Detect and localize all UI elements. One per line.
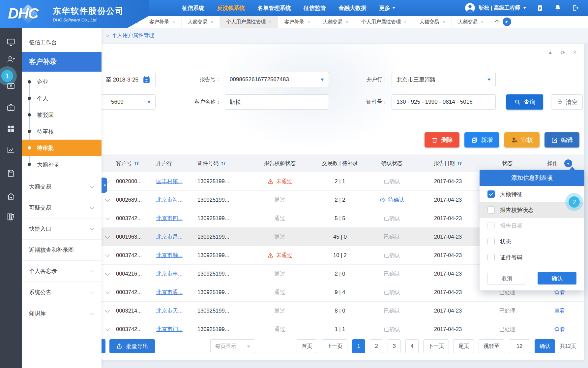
tab-close-icon[interactable]: × <box>481 19 484 24</box>
col-report-date[interactable]: 报告日期 <box>417 160 479 167</box>
home-icon[interactable] <box>0 188 22 205</box>
panel-option-report-date[interactable]: 报告日期 <box>480 218 584 234</box>
view-link[interactable]: 查看 <box>554 326 565 332</box>
save-icon[interactable] <box>0 165 22 182</box>
sort-icon[interactable] <box>457 161 462 166</box>
sidebar-item-enterprise[interactable]: 企业 <box>22 74 102 90</box>
panel-option-status[interactable]: 状态 <box>480 234 584 250</box>
panel-option-id-no[interactable]: 证件号码 <box>480 250 584 265</box>
col-bank[interactable]: 开户行 <box>156 160 197 167</box>
tab-personal-user-attr[interactable]: 个人用户属性管理× <box>355 16 413 28</box>
date-range-field[interactable]: 至 2018-3-25 <box>102 72 156 87</box>
calendar-icon[interactable] <box>142 76 151 84</box>
checkbox-checked-icon[interactable] <box>487 190 495 198</box>
audit-button[interactable]: 审核 <box>504 132 540 148</box>
table-row[interactable]: 0003214... 北京市天... 130925199... 通过 8 | 0… <box>102 302 584 320</box>
row-expand-icon[interactable] <box>105 289 110 294</box>
tab-partial[interactable]: 个 <box>490 16 503 28</box>
sidebar-section-recent-check-chart[interactable]: 近期核查和补录图 <box>22 239 102 260</box>
panel-close-icon[interactable]: × <box>573 50 576 56</box>
tab-large-transaction[interactable]: 大额交易× <box>316 16 355 28</box>
tab-large-transaction[interactable]: 大额交易× <box>413 16 452 28</box>
checkbox-icon[interactable] <box>487 254 495 261</box>
report-no-select[interactable]: 0098652616772567483 <box>225 72 329 87</box>
tab-close-icon[interactable]: × <box>172 19 175 24</box>
row-expand-icon[interactable] <box>105 252 110 257</box>
sidebar-item-large-supplement[interactable]: 大额补录 <box>22 156 102 173</box>
checkbox-icon[interactable] <box>487 206 495 214</box>
sidebar-section-system-notice[interactable]: 系统公告 <box>22 282 102 303</box>
edit-button[interactable]: 编辑 <box>544 132 579 148</box>
checkbox-icon[interactable] <box>487 238 495 245</box>
tab-close-icon[interactable]: × <box>346 19 348 24</box>
chart-icon[interactable] <box>0 142 22 159</box>
page-last-button[interactable]: 尾页 <box>454 339 474 353</box>
nav-credit-supervision[interactable]: 征信监管 <box>304 4 326 12</box>
briefcase-alert-icon[interactable]: ! <box>0 99 22 116</box>
bank-link[interactable]: 北京市顺... <box>156 252 183 258</box>
row-expand-icon[interactable] <box>105 308 110 312</box>
row-expand-icon[interactable] <box>105 197 110 201</box>
sidebar-section-quick-entry[interactable]: 快捷入口 <box>22 218 102 239</box>
tab-customer-supplement[interactable]: 客户补录× <box>143 16 182 28</box>
page-number-button[interactable]: 3 <box>388 339 401 353</box>
bank-select[interactable]: 北京市三里河路 <box>392 72 496 87</box>
row-expand-icon[interactable] <box>105 271 110 275</box>
monitor-icon[interactable] <box>0 34 22 51</box>
person-add-icon[interactable] <box>0 51 22 68</box>
sidebar-item-pending-approval[interactable]: 待审批 <box>22 140 102 156</box>
sort-icon[interactable] <box>134 161 139 166</box>
customer-no-select[interactable]: 5609 <box>102 94 156 110</box>
bank-link[interactable]: 北京市天... <box>156 308 183 314</box>
nav-more[interactable]: 更多 <box>379 4 395 12</box>
page-prev-button[interactable]: 上一页 <box>322 339 347 353</box>
nav-finance-bigdata[interactable]: 金融大数据 <box>338 4 367 12</box>
tab-close-icon[interactable]: × <box>404 19 407 24</box>
bank-link[interactable]: 北京市通... <box>156 289 183 295</box>
bank-link[interactable]: 北京市门... <box>156 326 183 332</box>
grid-icon[interactable] <box>0 120 22 137</box>
row-expand-icon[interactable] <box>105 215 110 220</box>
clipboard-icon[interactable] <box>536 4 544 12</box>
sidebar-item-workbench[interactable]: 征信工作台 <box>22 33 102 52</box>
customer-name-field[interactable]: 靳松 <box>225 94 329 110</box>
sidebar-item-rejected[interactable]: 被驳回 <box>22 107 102 123</box>
sidebar-section-knowledge-base[interactable]: 知识库 <box>22 303 102 324</box>
tab-close-icon[interactable]: × <box>211 19 214 24</box>
bank-link[interactable]: 北京市四... <box>156 215 183 221</box>
nav-list-mgmt[interactable]: 名单管理系统 <box>257 4 291 12</box>
page-size-select[interactable]: 每页显示 <box>210 339 255 353</box>
tab-large-transaction[interactable]: 大额交易× <box>182 16 220 28</box>
delete-button[interactable]: 删除 <box>425 132 459 148</box>
page-next-button[interactable]: 下一页 <box>423 339 449 353</box>
sort-icon[interactable] <box>221 161 226 166</box>
sidebar-section-suspicious-transaction[interactable]: 可疑交易 <box>22 197 102 218</box>
column-settings-button[interactable] <box>564 159 572 167</box>
tab-customer-supplement[interactable]: 客户补录× <box>278 16 317 28</box>
user-menu[interactable]: 靳松 | 高级工程师 <box>464 2 526 14</box>
row-expand-icon[interactable] <box>105 326 110 331</box>
batch-export-button[interactable]: 批量导出 <box>109 339 155 353</box>
sidebar-collapse-handle[interactable] <box>102 178 107 193</box>
nav-credit-system[interactable]: 征信系统 <box>182 4 204 12</box>
sidebar-item-personal[interactable]: 个人 <box>22 90 102 107</box>
bell-icon[interactable] <box>554 4 562 12</box>
view-link[interactable]: 查看 <box>554 308 565 314</box>
page-number-button[interactable]: 1 <box>352 339 365 353</box>
tab-personal-user-attr[interactable]: 个人用户属性管理× <box>220 16 278 28</box>
table-row[interactable]: 0003742... 北京市门... 130925199... 通过 1 | 1… <box>102 320 584 338</box>
page-jump-input[interactable] <box>509 339 530 353</box>
col-id-no[interactable]: 证件号码 <box>197 160 247 167</box>
clear-button[interactable]: 清空 <box>551 94 583 110</box>
checkbox-icon[interactable] <box>487 222 495 229</box>
query-button[interactable]: 查询 <box>506 94 543 110</box>
page-first-button[interactable]: 首页 <box>297 339 317 353</box>
books-icon[interactable] <box>0 208 22 225</box>
panel-cancel-button[interactable]: 取消 <box>487 272 526 284</box>
bank-link[interactable]: 国丰村镇... <box>156 178 183 184</box>
logout-icon[interactable] <box>572 4 579 12</box>
panel-collapse-icon[interactable]: ▲ <box>547 50 553 56</box>
panel-confirm-button[interactable]: 确认 <box>538 272 576 284</box>
bank-link[interactable]: 北京市昌... <box>156 234 183 240</box>
page-number-button[interactable]: 2 <box>370 339 383 353</box>
